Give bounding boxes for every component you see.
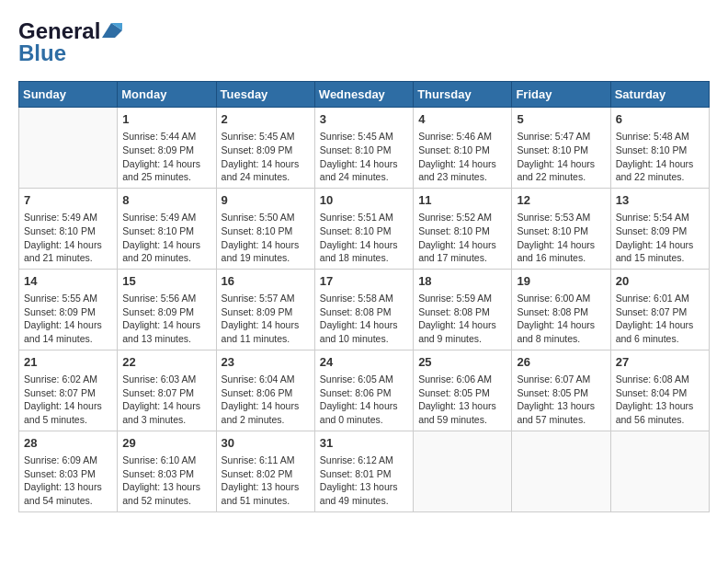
calendar-cell: 25Sunrise: 6:06 AM Sunset: 8:05 PM Dayli…: [414, 350, 512, 431]
day-info: Sunrise: 6:09 AM Sunset: 8:03 PM Dayligh…: [24, 454, 112, 508]
calendar-cell: 19Sunrise: 6:00 AM Sunset: 8:08 PM Dayli…: [512, 269, 610, 350]
calendar-cell: 13Sunrise: 5:54 AM Sunset: 8:09 PM Dayli…: [610, 188, 709, 269]
day-info: Sunrise: 5:49 AM Sunset: 8:10 PM Dayligh…: [24, 211, 112, 265]
day-number: 17: [320, 273, 408, 290]
weekday-header-row: SundayMondayTuesdayWednesdayThursdayFrid…: [19, 82, 710, 108]
weekday-header-wednesday: Wednesday: [314, 82, 413, 108]
calendar-cell: 18Sunrise: 5:59 AM Sunset: 8:08 PM Dayli…: [414, 269, 512, 350]
day-number: 18: [418, 273, 506, 290]
day-number: 26: [517, 354, 605, 371]
logo-blue: Blue: [18, 40, 66, 66]
day-number: 20: [616, 273, 704, 290]
calendar-cell: 21Sunrise: 6:02 AM Sunset: 8:07 PM Dayli…: [19, 350, 118, 431]
day-number: 9: [222, 192, 310, 209]
day-number: 30: [222, 435, 310, 452]
calendar-cell: 24Sunrise: 6:05 AM Sunset: 8:06 PM Dayli…: [314, 350, 413, 431]
calendar-cell: 31Sunrise: 6:12 AM Sunset: 8:01 PM Dayli…: [314, 431, 413, 511]
day-number: 14: [24, 273, 112, 290]
day-info: Sunrise: 6:05 AM Sunset: 8:06 PM Dayligh…: [320, 373, 408, 427]
day-number: 6: [616, 111, 704, 128]
day-number: 24: [320, 354, 408, 371]
day-info: Sunrise: 5:56 AM Sunset: 8:09 PM Dayligh…: [122, 292, 210, 346]
calendar-cell: 16Sunrise: 5:57 AM Sunset: 8:09 PM Dayli…: [216, 269, 314, 350]
calendar-week-row: 7Sunrise: 5:49 AM Sunset: 8:10 PM Daylig…: [19, 188, 710, 269]
day-info: Sunrise: 6:00 AM Sunset: 8:08 PM Dayligh…: [517, 292, 605, 346]
day-info: Sunrise: 5:52 AM Sunset: 8:10 PM Dayligh…: [418, 211, 506, 265]
day-info: Sunrise: 6:07 AM Sunset: 8:05 PM Dayligh…: [517, 373, 605, 427]
day-number: 31: [320, 435, 408, 452]
calendar-cell: 7Sunrise: 5:49 AM Sunset: 8:10 PM Daylig…: [19, 188, 118, 269]
calendar-cell: 14Sunrise: 5:55 AM Sunset: 8:09 PM Dayli…: [19, 269, 118, 350]
calendar-week-row: 1Sunrise: 5:44 AM Sunset: 8:09 PM Daylig…: [19, 108, 710, 189]
day-info: Sunrise: 6:01 AM Sunset: 8:07 PM Dayligh…: [616, 292, 704, 346]
day-number: 28: [24, 435, 112, 452]
day-info: Sunrise: 5:51 AM Sunset: 8:10 PM Dayligh…: [320, 211, 408, 265]
day-info: Sunrise: 6:06 AM Sunset: 8:05 PM Dayligh…: [418, 373, 506, 427]
day-info: Sunrise: 6:10 AM Sunset: 8:03 PM Dayligh…: [122, 454, 210, 508]
weekday-header-saturday: Saturday: [610, 82, 709, 108]
day-info: Sunrise: 5:45 AM Sunset: 8:10 PM Dayligh…: [320, 130, 408, 184]
calendar-cell: 12Sunrise: 5:53 AM Sunset: 8:10 PM Dayli…: [512, 188, 610, 269]
calendar-cell: 9Sunrise: 5:50 AM Sunset: 8:10 PM Daylig…: [216, 188, 314, 269]
day-info: Sunrise: 5:59 AM Sunset: 8:08 PM Dayligh…: [418, 292, 506, 346]
day-info: Sunrise: 6:12 AM Sunset: 8:01 PM Dayligh…: [320, 454, 408, 508]
calendar-cell: 26Sunrise: 6:07 AM Sunset: 8:05 PM Dayli…: [512, 350, 610, 431]
calendar-cell: 2Sunrise: 5:45 AM Sunset: 8:09 PM Daylig…: [216, 108, 314, 189]
day-number: 4: [418, 111, 506, 128]
calendar-cell: 3Sunrise: 5:45 AM Sunset: 8:10 PM Daylig…: [314, 108, 413, 189]
calendar-cell: 5Sunrise: 5:47 AM Sunset: 8:10 PM Daylig…: [512, 108, 610, 189]
calendar-cell: 10Sunrise: 5:51 AM Sunset: 8:10 PM Dayli…: [314, 188, 413, 269]
calendar-cell: 20Sunrise: 6:01 AM Sunset: 8:07 PM Dayli…: [610, 269, 709, 350]
calendar-cell: 1Sunrise: 5:44 AM Sunset: 8:09 PM Daylig…: [118, 108, 216, 189]
calendar-cell: [512, 431, 610, 511]
day-info: Sunrise: 6:11 AM Sunset: 8:02 PM Dayligh…: [222, 454, 310, 508]
day-info: Sunrise: 5:48 AM Sunset: 8:10 PM Dayligh…: [616, 130, 704, 184]
weekday-header-thursday: Thursday: [414, 82, 512, 108]
day-info: Sunrise: 6:08 AM Sunset: 8:04 PM Dayligh…: [616, 373, 704, 427]
day-number: 16: [222, 273, 310, 290]
calendar-cell: 23Sunrise: 6:04 AM Sunset: 8:06 PM Dayli…: [216, 350, 314, 431]
day-info: Sunrise: 5:49 AM Sunset: 8:10 PM Dayligh…: [122, 211, 210, 265]
day-number: 29: [122, 435, 210, 452]
day-number: 23: [222, 354, 310, 371]
calendar-cell: 27Sunrise: 6:08 AM Sunset: 8:04 PM Dayli…: [610, 350, 709, 431]
calendar-cell: 28Sunrise: 6:09 AM Sunset: 8:03 PM Dayli…: [19, 431, 118, 511]
day-number: 19: [517, 273, 605, 290]
day-info: Sunrise: 5:54 AM Sunset: 8:09 PM Dayligh…: [616, 211, 704, 265]
calendar-cell: 4Sunrise: 5:46 AM Sunset: 8:10 PM Daylig…: [414, 108, 512, 189]
calendar-cell: [414, 431, 512, 511]
day-info: Sunrise: 6:02 AM Sunset: 8:07 PM Dayligh…: [24, 373, 112, 427]
logo-icon: [102, 23, 122, 38]
calendar-cell: [610, 431, 709, 511]
day-number: 15: [122, 273, 210, 290]
calendar-table: SundayMondayTuesdayWednesdayThursdayFrid…: [18, 81, 710, 512]
day-number: 21: [24, 354, 112, 371]
weekday-header-sunday: Sunday: [19, 82, 118, 108]
day-number: 5: [517, 111, 605, 128]
day-number: 7: [24, 192, 112, 209]
page-header: General Blue: [18, 18, 710, 66]
day-number: 11: [418, 192, 506, 209]
weekday-header-friday: Friday: [512, 82, 610, 108]
day-info: Sunrise: 5:47 AM Sunset: 8:10 PM Dayligh…: [517, 130, 605, 184]
calendar-week-row: 28Sunrise: 6:09 AM Sunset: 8:03 PM Dayli…: [19, 431, 710, 511]
day-number: 25: [418, 354, 506, 371]
day-info: Sunrise: 5:50 AM Sunset: 8:10 PM Dayligh…: [222, 211, 310, 265]
day-number: 10: [320, 192, 408, 209]
calendar-cell: 29Sunrise: 6:10 AM Sunset: 8:03 PM Dayli…: [118, 431, 216, 511]
calendar-cell: 30Sunrise: 6:11 AM Sunset: 8:02 PM Dayli…: [216, 431, 314, 511]
day-info: Sunrise: 6:04 AM Sunset: 8:06 PM Dayligh…: [222, 373, 310, 427]
day-info: Sunrise: 5:57 AM Sunset: 8:09 PM Dayligh…: [222, 292, 310, 346]
calendar-week-row: 14Sunrise: 5:55 AM Sunset: 8:09 PM Dayli…: [19, 269, 710, 350]
calendar-week-row: 21Sunrise: 6:02 AM Sunset: 8:07 PM Dayli…: [19, 350, 710, 431]
weekday-header-tuesday: Tuesday: [216, 82, 314, 108]
day-info: Sunrise: 5:44 AM Sunset: 8:09 PM Dayligh…: [122, 130, 210, 184]
calendar-cell: 17Sunrise: 5:58 AM Sunset: 8:08 PM Dayli…: [314, 269, 413, 350]
calendar-cell: 11Sunrise: 5:52 AM Sunset: 8:10 PM Dayli…: [414, 188, 512, 269]
day-info: Sunrise: 6:03 AM Sunset: 8:07 PM Dayligh…: [122, 373, 210, 427]
day-number: 1: [122, 111, 210, 128]
calendar-cell: [19, 108, 118, 189]
day-number: 3: [320, 111, 408, 128]
calendar-cell: 6Sunrise: 5:48 AM Sunset: 8:10 PM Daylig…: [610, 108, 709, 189]
calendar-cell: 15Sunrise: 5:56 AM Sunset: 8:09 PM Dayli…: [118, 269, 216, 350]
